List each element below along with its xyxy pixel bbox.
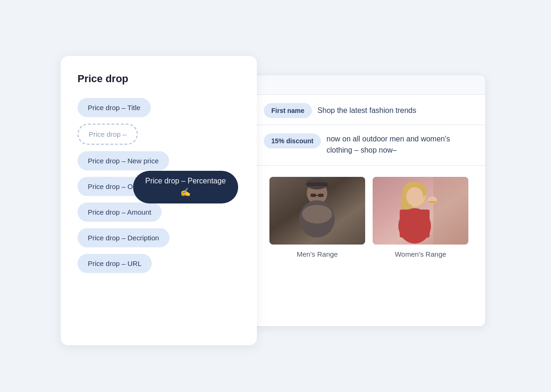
svg-rect-18	[429, 201, 436, 203]
product-item-womens: Women's Range	[373, 177, 468, 258]
pill-price-drop-percentage-dashed[interactable]: Price drop –	[78, 124, 138, 145]
pill-price-drop-amount[interactable]: Price drop – Amount	[78, 203, 162, 222]
email-body-row: 15% discount now on all outdoor men and …	[253, 125, 485, 166]
discount-pill[interactable]: 15% discount	[264, 133, 321, 148]
womens-image[interactable]	[373, 177, 468, 245]
tooltip-pill: Price drop – Percentage ✍	[133, 171, 238, 203]
product-item-mens: Men's Range	[269, 177, 365, 258]
first-name-pill[interactable]: First name	[264, 103, 312, 118]
panel-title: Price drop	[78, 73, 240, 85]
left-panel: Price drop Price drop – Title Price drop…	[61, 56, 257, 345]
product-images-row: Men's Range	[253, 166, 485, 269]
pill-price-drop-url[interactable]: Price drop – URL	[78, 254, 152, 273]
pill-price-drop-title[interactable]: Price drop – Title	[78, 98, 151, 117]
email-header-row: First name Shop the latest fashion trend…	[253, 95, 485, 125]
email-header-text: Shop the latest fashion trends	[318, 106, 417, 115]
discount-text: now on all outdoor men and women's cloth…	[326, 133, 474, 156]
svg-point-5	[302, 205, 332, 224]
main-container: Price drop Price drop – Title Price drop…	[61, 56, 490, 345]
svg-rect-16	[400, 210, 430, 238]
womens-range-label: Women's Range	[395, 250, 446, 258]
svg-rect-7	[318, 194, 324, 197]
mens-image[interactable]	[269, 177, 365, 245]
pill-price-drop-new-price[interactable]: Price drop – New price	[78, 151, 169, 170]
svg-rect-6	[311, 194, 316, 197]
right-panel: First name Shop the latest fashion trend…	[252, 75, 486, 327]
svg-point-14	[406, 187, 423, 206]
pill-price-drop-description[interactable]: Price drop – Decription	[78, 228, 170, 247]
email-top-bar	[253, 75, 485, 95]
svg-rect-3	[306, 182, 328, 186]
cursor-icon: ✍	[180, 187, 191, 197]
mens-range-label: Men's Range	[297, 250, 338, 258]
svg-rect-10	[433, 177, 468, 245]
